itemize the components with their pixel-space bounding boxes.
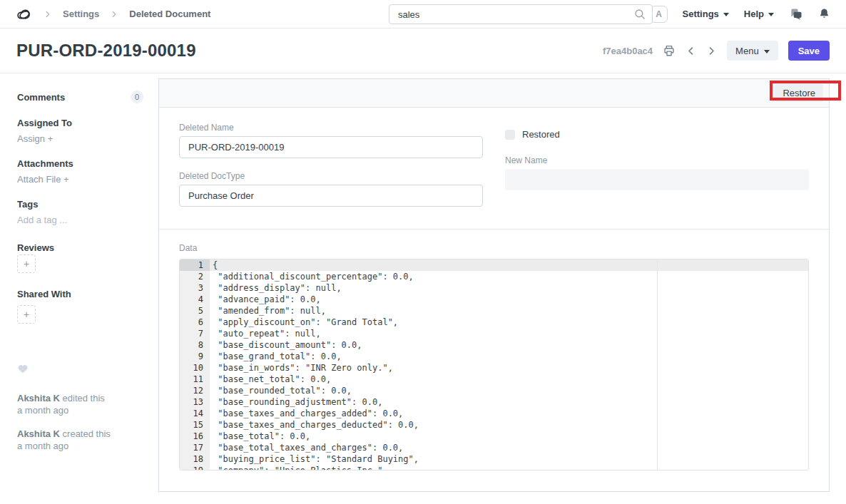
breadcrumb-deleted-document[interactable]: Deleted Document	[129, 9, 210, 19]
sidebar-history: Akshita K edited thisa month agoAkshita …	[17, 392, 143, 452]
assigned-to-label: Assigned To	[17, 118, 143, 128]
code-line-number: 10	[180, 362, 210, 374]
user-avatar[interactable]: A	[651, 6, 668, 23]
breadcrumb: Settings Deleted Document	[16, 6, 210, 23]
doc-hash: f7ea4b0ac4	[603, 46, 653, 56]
deleted-name-input[interactable]	[179, 136, 483, 158]
code-line-number: 16	[180, 431, 210, 442]
plus-icon: +	[63, 174, 69, 185]
assign-button[interactable]: Assign +	[17, 133, 143, 144]
comments-count-badge: 0	[131, 91, 143, 103]
next-doc-icon[interactable]	[706, 46, 717, 56]
code-line-number: 8	[180, 339, 210, 351]
search-input[interactable]	[389, 4, 653, 24]
add-review-button[interactable]: +	[17, 254, 36, 273]
navbar-right: A Settings Help	[651, 6, 830, 23]
code-line-number: 9	[180, 351, 210, 362]
code-line-number: 18	[180, 453, 210, 465]
code-line-number: 15	[180, 419, 210, 431]
form-section-main: Deleted Name Deleted DocType Restored Ne…	[159, 108, 829, 230]
history-user[interactable]: Akshita K	[17, 428, 60, 439]
plus-icon: +	[48, 133, 53, 144]
data-label: Data	[179, 243, 809, 253]
comments-label: Comments	[17, 92, 65, 103]
prev-doc-icon[interactable]	[686, 46, 696, 56]
code-line: "apply_discount_on": "Grand Total",	[210, 317, 808, 328]
deleted-doctype-input[interactable]	[179, 185, 483, 207]
global-search	[389, 4, 653, 24]
print-margin-line	[657, 259, 658, 470]
search-icon[interactable]	[633, 8, 646, 24]
code-line-number: 13	[180, 396, 210, 408]
deleted-name-label: Deleted Name	[179, 123, 483, 133]
code-line-number: 12	[180, 385, 210, 396]
code-line: "base_grand_total": 0.0,	[210, 351, 808, 362]
code-line: "base_total_taxes_and_charges": 0.0,	[210, 442, 808, 453]
help-dropdown-label: Help	[744, 9, 764, 19]
notifications-bell-icon[interactable]	[818, 8, 830, 20]
code-line-number: 6	[180, 317, 210, 328]
history-entry: Akshita K created thisa month ago	[17, 428, 143, 452]
code-line: "base_rounded_total": 0.0,	[210, 385, 808, 396]
chevron-right-icon	[43, 9, 53, 19]
restored-field: Restored	[505, 129, 809, 140]
code-line-number: 7	[180, 328, 210, 339]
navbar: Settings Deleted Document A Settings Hel…	[0, 0, 846, 29]
chevron-down-icon	[723, 13, 729, 16]
code-line-number: 19	[180, 465, 210, 470]
form-toolbar: Restore	[159, 79, 829, 108]
code-line-number: 14	[180, 408, 210, 419]
code-lines: { "additional_discount_percentage": 0.0,…	[210, 259, 808, 470]
form-column-right: Restored New Name	[505, 123, 809, 229]
new-name-input	[505, 169, 809, 190]
page-title: PUR-ORD-2019-00019	[16, 41, 196, 61]
code-line: "base_rounding_adjustment": 0.0,	[210, 396, 808, 408]
code-line: "advance_paid": 0.0,	[210, 294, 808, 305]
deleted-doctype-label: Deleted DocType	[179, 171, 483, 181]
save-button[interactable]: Save	[788, 41, 830, 61]
code-line: "base_taxes_and_charges_added": 0.0,	[210, 408, 808, 419]
content-area: Comments 0 Assigned To Assign + Attachme…	[0, 73, 846, 504]
chevron-down-icon	[764, 50, 770, 53]
data-code-editor[interactable]: 12345678910111213141516171819 { "additio…	[179, 259, 809, 470]
code-line: "buying_price_list": "Standard Buying",	[210, 453, 808, 465]
history-entry: Akshita K edited thisa month ago	[17, 392, 143, 416]
code-line: "amended_from": null,	[210, 305, 808, 317]
code-line: "base_taxes_and_charges_deducted": 0.0,	[210, 419, 808, 431]
chevron-right-icon	[109, 9, 119, 19]
form-section-data: Data 12345678910111213141516171819 { "ad…	[159, 230, 829, 470]
code-line-number: 17	[180, 442, 210, 453]
add-share-button[interactable]: +	[17, 305, 36, 324]
menu-button[interactable]: Menu	[727, 41, 778, 61]
print-icon[interactable]	[663, 44, 676, 57]
page-actions: f7ea4b0ac4 Menu Save	[603, 41, 830, 61]
form-column-left: Deleted Name Deleted DocType	[179, 123, 483, 229]
app-logo-icon[interactable]	[16, 6, 33, 23]
chevron-down-icon	[768, 13, 774, 16]
add-tag-input[interactable]: Add a tag ...	[17, 215, 143, 225]
breadcrumb-settings[interactable]: Settings	[63, 9, 99, 19]
settings-dropdown-label: Settings	[683, 9, 719, 19]
sidebar-comments[interactable]: Comments 0	[17, 91, 143, 103]
code-line-number: 2	[180, 271, 210, 282]
plus-icon: +	[24, 309, 29, 320]
app-window: Settings Deleted Document A Settings Hel…	[0, 0, 846, 504]
chat-icon[interactable]	[789, 7, 803, 21]
code-line: "base_in_words": "INR Zero only.",	[210, 362, 808, 374]
code-line: "base_total": 0.0,	[210, 431, 808, 442]
liked-by-heart-icon[interactable]	[17, 363, 143, 377]
restore-button[interactable]: Restore	[775, 84, 823, 102]
code-line: "additional_discount_percentage": 0.0,	[210, 271, 808, 282]
code-line-number: 5	[180, 305, 210, 317]
settings-dropdown[interactable]: Settings	[683, 9, 729, 19]
attachments-label: Attachments	[17, 158, 143, 169]
code-line-number: 1	[180, 259, 210, 271]
plus-icon: +	[24, 258, 29, 269]
attach-file-button[interactable]: Attach File +	[17, 174, 143, 185]
help-dropdown[interactable]: Help	[744, 9, 774, 19]
history-user[interactable]: Akshita K	[17, 393, 60, 403]
code-line-number: 11	[180, 374, 210, 385]
code-line: "company": "Unico Plastics Inc.",	[210, 465, 808, 470]
menu-button-label: Menu	[735, 46, 759, 56]
restored-label: Restored	[522, 129, 560, 140]
